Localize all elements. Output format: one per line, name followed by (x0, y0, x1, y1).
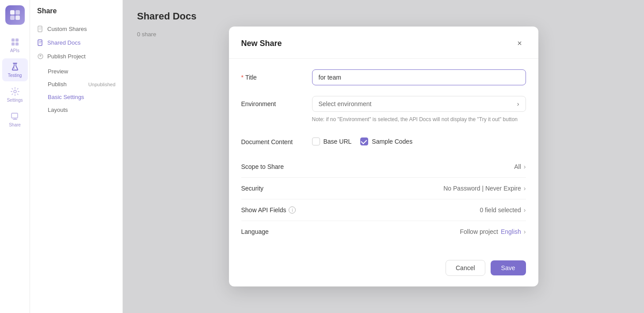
svg-rect-6 (11, 42, 15, 46)
grid-icon (10, 37, 20, 47)
nav-panel-title: Share (30, 7, 122, 22)
form-row-title: *Title (241, 69, 526, 85)
required-indicator: * (241, 74, 244, 81)
sidebar-item-settings[interactable]: Settings (2, 83, 28, 106)
modal-header: New Share × (229, 27, 538, 59)
svg-rect-10 (11, 113, 18, 118)
document-content-control: Base URL Sample Codes (312, 134, 526, 145)
environment-hint: Note: if no "Environment" is selected, t… (312, 115, 526, 123)
security-row[interactable]: Security No Password | Never Expire › (241, 178, 526, 199)
sidebar-item-label-apis: APIs (10, 48, 19, 53)
main-content-area: Shared Docs 0 share New Share × *Title (123, 0, 644, 313)
form-row-environment: Environment Select environment › Note: i… (241, 96, 526, 123)
nav-sub-item-basic-settings[interactable]: Basic Settings (30, 91, 122, 103)
form-row-document-content: Document Content Base URL Sample Codes (241, 134, 526, 145)
show-api-fields-row[interactable]: Show API Fields i 0 field selected › (241, 199, 526, 221)
nav-sub-item-preview[interactable]: Preview (30, 65, 122, 78)
language-row[interactable]: Language Follow project English › (241, 221, 526, 242)
modal-close-button[interactable]: × (514, 37, 526, 50)
shared-icon (37, 39, 44, 46)
security-label: Security (241, 185, 264, 192)
show-api-fields-value: 0 field selected › (480, 206, 526, 214)
svg-rect-0 (10, 10, 15, 15)
svg-rect-7 (15, 42, 19, 46)
base-url-checkbox[interactable] (312, 137, 320, 145)
language-value: Follow project English › (460, 228, 526, 235)
scope-label: Scope to Share (241, 163, 284, 170)
svg-rect-3 (15, 15, 20, 20)
chevron-right-icon: › (517, 100, 519, 107)
sidebar-item-label-testing: Testing (8, 73, 22, 78)
nav-sub-item-publish[interactable]: Publish Unpublished (30, 78, 122, 91)
document-content-label: Document Content (241, 134, 303, 145)
testing-icon (10, 62, 20, 72)
app-logo (5, 5, 25, 25)
share-icon (10, 111, 20, 121)
language-chevron-icon: › (524, 228, 526, 235)
nav-item-label-shared: Shared Docs (47, 39, 80, 46)
svg-point-8 (14, 68, 15, 69)
nav-sub-label-basic-settings: Basic Settings (48, 94, 84, 100)
sample-codes-label: Sample Codes (372, 138, 412, 145)
nav-item-publish-project[interactable]: Publish Project (30, 50, 122, 63)
scope-row[interactable]: Scope to Share All › (241, 156, 526, 178)
nav-item-custom-shares[interactable]: Custom Shares (30, 22, 122, 36)
svg-rect-4 (11, 38, 15, 42)
language-label: Language (241, 228, 269, 235)
sidebar-item-label-settings: Settings (7, 98, 23, 103)
nav-item-shared-docs[interactable]: Shared Docs (30, 36, 122, 50)
language-value-accent: English (501, 228, 521, 235)
show-api-fields-chevron-icon: › (524, 206, 526, 214)
cancel-button[interactable]: Cancel (446, 260, 485, 276)
nav-sub-badge-publish: Unpublished (88, 82, 115, 87)
sample-codes-checkbox[interactable] (360, 137, 368, 145)
title-input[interactable] (312, 69, 526, 85)
nav-sub-label-layouts: Layouts (48, 107, 68, 113)
title-field-container (312, 69, 526, 85)
nav-item-label-publish: Publish Project (47, 53, 86, 60)
doc-icon (37, 26, 44, 32)
modal-overlay: New Share × *Title Environment (123, 0, 644, 313)
sidebar-item-share[interactable]: Share (2, 108, 28, 131)
base-url-checkbox-item[interactable]: Base URL (312, 137, 352, 145)
new-share-modal: New Share × *Title Environment (229, 27, 538, 286)
svg-rect-2 (10, 15, 15, 20)
checkbox-group: Base URL Sample Codes (312, 134, 526, 145)
settings-icon (10, 87, 20, 96)
sidebar-item-testing[interactable]: Testing (2, 58, 28, 81)
environment-control: Select environment › Note: if no "Enviro… (312, 96, 526, 123)
scope-value: All › (514, 163, 526, 170)
title-label: *Title (241, 69, 303, 81)
sidebar-item-apis[interactable]: APIs (2, 34, 28, 57)
sample-codes-checkbox-item[interactable]: Sample Codes (360, 137, 412, 145)
sidebar: APIs Testing Settings Share (0, 0, 30, 313)
environment-select[interactable]: Select environment › (312, 96, 526, 112)
modal-footer: Cancel Save (229, 253, 538, 286)
nav-section-main: Custom Shares Shared Docs Publish Projec… (30, 22, 122, 63)
modal-title: New Share (241, 39, 282, 48)
modal-body: *Title Environment Select environment › (229, 59, 538, 253)
nav-item-label: Custom Shares (47, 26, 87, 32)
environment-label: Environment (241, 96, 303, 107)
nav-sub-item-layouts[interactable]: Layouts (30, 103, 122, 116)
sidebar-item-label-share: Share (9, 122, 21, 127)
base-url-label: Base URL (324, 138, 352, 145)
publish-icon (37, 53, 44, 60)
security-chevron-icon: › (524, 185, 526, 192)
svg-rect-5 (15, 38, 19, 42)
nav-panel: Share Custom Shares Shared Docs Publish … (30, 0, 123, 313)
nav-section-sub: Preview Publish Unpublished Basic Settin… (30, 65, 122, 116)
show-api-fields-label: Show API Fields i (241, 206, 296, 214)
nav-sub-label-publish: Publish (48, 81, 67, 88)
svg-point-9 (14, 90, 16, 93)
save-button[interactable]: Save (491, 260, 526, 275)
nav-sub-label-preview: Preview (48, 68, 68, 75)
environment-placeholder: Select environment (319, 100, 372, 107)
language-prefix: Follow project (460, 228, 498, 235)
info-icon: i (289, 206, 296, 214)
security-value: No Password | Never Expire › (443, 185, 526, 192)
svg-rect-1 (15, 10, 20, 15)
scope-chevron-icon: › (524, 163, 526, 170)
